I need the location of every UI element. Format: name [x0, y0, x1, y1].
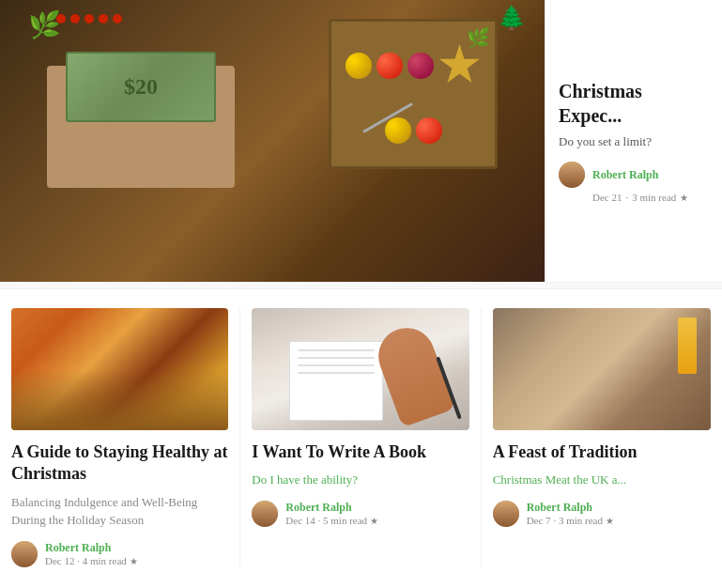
healthy-article-desc: Balancing Indulgence and Well-Being Duri…: [11, 493, 228, 530]
feast-star: ★: [606, 516, 614, 526]
bottom-article-grid: A Guide to Staying Healthy at Christmas …: [0, 289, 722, 567]
envelope: $20: [47, 66, 235, 188]
section-divider: [0, 282, 722, 289]
star-decoration: [438, 44, 481, 86]
top-article-dot: ·: [625, 192, 628, 203]
top-article-date: Dec 21: [592, 192, 622, 203]
ornament-gold: [346, 53, 372, 79]
feast-author-name[interactable]: Robert Ralph: [527, 501, 614, 515]
healthy-article-meta: Dec 12 · 4 min read ★: [45, 555, 138, 566]
top-article-meta: Dec 21 · 3 min read ★: [592, 192, 709, 203]
article-card-healthy[interactable]: A Guide to Staying Healthy at Christmas …: [0, 308, 240, 567]
feast-article-image: [493, 308, 711, 430]
food-image: [11, 308, 228, 430]
top-hero-image[interactable]: 🌿 🌲 $20 🌿: [0, 0, 545, 282]
berries-decoration: [56, 14, 122, 23]
top-section: 🌿 🌲 $20 🌿: [0, 0, 722, 282]
healthy-article-title[interactable]: A Guide to Staying Healthy at Christmas: [11, 441, 228, 486]
money-bill: $20: [66, 52, 216, 122]
healthy-author-info: Robert Ralph Dec 12 · 4 min read ★: [45, 541, 138, 566]
top-article-subtitle: Do you set a limit?: [559, 133, 709, 150]
book-author-info: Robert Ralph Dec 14 · 5 min read ★: [285, 501, 378, 526]
christmas-decorations: 🌿: [329, 19, 516, 244]
book-article-image: [252, 308, 469, 430]
top-author-row: Robert Ralph: [559, 162, 709, 188]
ornament-red: [376, 53, 403, 79]
feast-author-info: Robert Ralph Dec 7 · 3 min read ★: [527, 501, 614, 526]
ornament-burgundy: [407, 53, 434, 79]
healthy-author-avatar[interactable]: [11, 541, 38, 567]
healthy-date: Dec 12: [45, 555, 74, 566]
book-article-title[interactable]: I Want To Write A Book: [252, 441, 469, 463]
ornament-red-2: [416, 117, 442, 144]
money-envelope-area: $20: [47, 66, 253, 197]
wooden-box: 🌿: [329, 19, 498, 169]
top-article-panel: Christmas Expec... Do you set a limit? R…: [545, 0, 722, 282]
feast-article-desc: Christmas Meat the UK a...: [493, 471, 711, 489]
top-article-star: ★: [680, 193, 688, 203]
top-article-title[interactable]: Christmas Expec...: [559, 79, 709, 128]
book-star: ★: [370, 516, 378, 526]
healthy-readtime: 4 min read: [83, 555, 127, 566]
notebook: [289, 341, 383, 421]
feast-date: Dec 7: [527, 515, 551, 526]
feast-readtime: 3 min read: [559, 515, 603, 526]
book-author-name[interactable]: Robert Ralph: [285, 501, 378, 515]
feast-article-meta: Dec 7 · 3 min read ★: [527, 515, 614, 526]
healthy-author-name[interactable]: Robert Ralph: [45, 541, 138, 555]
article-card-feast[interactable]: A Feast of Tradition Christmas Meat the …: [482, 308, 722, 567]
ornament-gold-2: [385, 117, 411, 144]
top-author-name[interactable]: Robert Ralph: [592, 168, 658, 182]
book-author-section: Robert Ralph Dec 14 · 5 min read ★: [252, 501, 469, 527]
feast-article-title[interactable]: A Feast of Tradition: [493, 441, 711, 463]
feast-author-avatar[interactable]: [493, 501, 519, 527]
healthy-author-section: Robert Ralph Dec 12 · 4 min read ★: [11, 541, 228, 567]
feast-author-section: Robert Ralph Dec 7 · 3 min read ★: [493, 501, 711, 527]
book-article-meta: Dec 14 · 5 min read ★: [285, 515, 378, 526]
healthy-star: ★: [130, 556, 138, 566]
top-author-avatar[interactable]: [559, 162, 585, 188]
top-article-readtime: 3 min read: [632, 192, 676, 203]
healthy-article-image: [11, 308, 228, 430]
book-readtime: 5 min read: [323, 515, 367, 526]
book-date: Dec 14: [285, 515, 315, 526]
article-card-book[interactable]: I Want To Write A Book Do I have the abi…: [240, 308, 481, 567]
pine-in-box: 🌿: [467, 26, 490, 49]
feast-image: [493, 308, 711, 430]
writing-image: [252, 308, 469, 430]
book-article-desc: Do I have the ability?: [252, 471, 469, 489]
book-author-avatar[interactable]: [252, 501, 278, 527]
